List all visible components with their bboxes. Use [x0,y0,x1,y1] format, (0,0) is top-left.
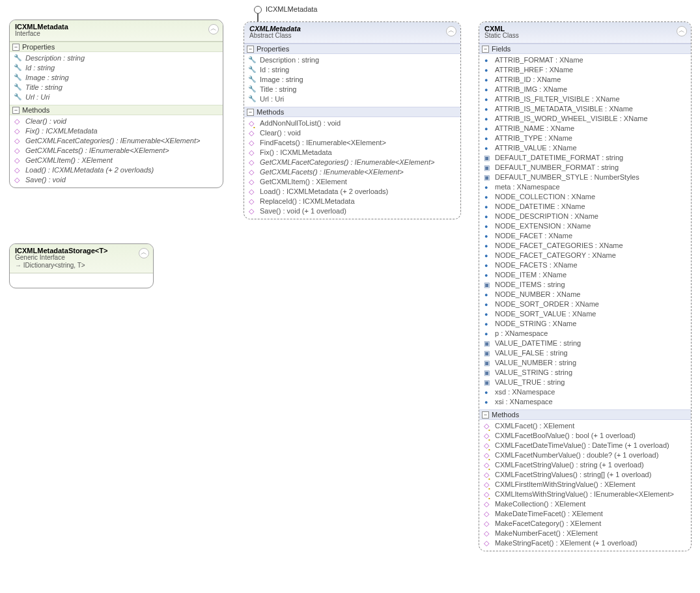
list-item: VALUE_STRING : string [479,368,691,378]
list-item: ATTRIB_TYPE : XName [479,133,691,143]
list-item: Fix() : ICXMLMetadata [244,148,460,158]
list-item: xsi : XNamespace [479,397,691,407]
list-item: ATTRIB_NAME : XName [479,124,691,133]
method-icon [484,451,492,459]
class-subtitle: Abstract Class [249,32,455,39]
wrench-icon [249,66,257,74]
list-item: NODE_ITEM : XName [479,270,691,280]
class-box-cxml[interactable]: CXML Static Class ︿ − Fields ATTRIB_FORM… [479,21,692,551]
list-item: NODE_SORT_VALUE : XName [479,309,691,319]
lollipop-label: ICXMLMetadata [266,5,317,13]
list-item: Id : string [244,65,460,75]
section-properties[interactable]: − Properties [244,44,460,54]
chevron-up-icon[interactable]: ︿ [446,26,456,36]
class-subtitle: Generic Interface [15,254,148,261]
method-icon [14,137,22,145]
list-item: CXMLFacetBoolValue() : bool (+ 1 overloa… [479,431,691,441]
field-icon [484,271,492,279]
wrench-icon [14,54,22,62]
method-icon [249,119,257,127]
section-label: Methods [492,411,519,419]
field-icon [484,251,492,259]
class-header: CXMLMetadata Abstract Class ︿ [244,22,460,44]
list-item: NODE_EXTENSION : XName [479,221,691,231]
minus-icon[interactable]: − [12,44,20,51]
chevron-up-icon[interactable]: ︿ [139,248,149,258]
list-item: CXMLFacetDateTimeValue() : DateTime (+ 1… [479,441,691,450]
section-methods[interactable]: − Methods [10,105,223,115]
minus-icon[interactable]: − [12,107,20,114]
method-icon [14,166,22,174]
list-item: VALUE_DATETIME : string [479,338,691,348]
field-icon [484,144,492,152]
list-item: FindFacets() : IEnumerable<XElement> [244,138,460,148]
wrench-icon [14,93,22,101]
chevron-up-icon[interactable]: ︿ [208,24,219,34]
field-icon [484,388,492,396]
section-methods[interactable]: − Methods [244,107,460,117]
minus-icon[interactable]: − [482,411,489,419]
method-icon [249,148,257,156]
lollipop-stem [257,14,259,21]
minus-icon[interactable]: − [247,46,254,53]
list-item: MakeCollection() : XElement [479,499,691,509]
list-item: Description : string [244,55,460,65]
list-item: NODE_DESCRIPTION : XName [479,212,691,221]
field-icon [484,183,492,191]
const-icon [484,359,492,366]
list-item: ATTRIB_IMG : XName [479,85,691,94]
method-icon [484,529,492,537]
wrench-icon [249,56,257,64]
field-icon [484,320,492,327]
method-icon [249,168,257,176]
class-diagram-canvas: ICXMLMetadata ICXMLMetadata Interface ︿ … [0,0,700,593]
const-icon [484,163,492,171]
class-box-icxmlmetadata[interactable]: ICXMLMetadata Interface ︿ − Properties D… [9,20,223,188]
section-properties[interactable]: − Properties [10,42,223,52]
list-item: DEFAULT_NUMBER_STYLE : NumberStyles [479,172,691,182]
list-item: MakeDateTimeFacet() : XElement [479,509,691,519]
list-item: MakeNumberFacet() : XElement [479,529,691,538]
class-header: CXML Static Class ︿ [479,22,691,44]
list-item: NODE_COLLECTION : XName [479,192,691,202]
method-icon [484,500,492,508]
list-item: meta : XNamespace [479,182,691,192]
list-item: p : XNamespace [479,329,691,338]
const-icon [484,339,492,347]
minus-icon[interactable]: − [247,109,254,116]
method-icon [484,432,492,439]
list-item: CXMLFacetStringValue() : string (+ 1 ove… [479,460,691,470]
list-item: ATTRIB_IS_WORD_WHEEL_VISIBLE : XName [479,114,691,124]
section-methods[interactable]: − Methods [479,409,691,420]
field-icon [484,202,492,210]
class-header: ICXMLMetadata Interface ︿ [10,20,223,42]
members-list: Clear() : void Fix() : ICXMLMetadata Get… [10,115,223,187]
field-icon [484,134,492,142]
const-icon [484,173,492,181]
method-icon [249,178,257,186]
field-icon [484,56,492,64]
list-item: DEFAULT_DATETIME_FORMAT : string [479,153,691,163]
list-item: Clear() : void [244,128,460,138]
const-icon [484,349,492,357]
field-icon [484,222,492,230]
method-icon [14,127,22,135]
list-item: xsd : XNamespace [479,387,691,397]
chevron-up-icon[interactable]: ︿ [677,26,687,36]
method-icon [14,176,22,184]
const-icon [484,378,492,386]
class-box-icxmlmetadatastorage[interactable]: ICXMLMetadataStorage<T> Generic Interfac… [9,243,154,288]
list-item: CXMLFirstItemWithStringValue() : XElemen… [479,480,691,490]
list-item: Fix() : ICXMLMetadata [10,126,223,136]
class-box-cxmlmetadata[interactable]: CXMLMetadata Abstract Class ︿ − Properti… [244,21,461,219]
minus-icon[interactable]: − [482,46,489,53]
list-item: Id : string [10,63,223,73]
method-icon [249,158,257,166]
list-item: Save() : void (+ 1 overload) [244,206,460,216]
list-item: ATTRIB_HREF : XName [479,65,691,75]
members-list: CXMLFacet() : XElementCXMLFacetBoolValue… [479,420,691,551]
method-icon [14,117,22,125]
method-icon [484,441,492,449]
method-icon [249,207,257,215]
section-fields[interactable]: − Fields [479,44,691,54]
